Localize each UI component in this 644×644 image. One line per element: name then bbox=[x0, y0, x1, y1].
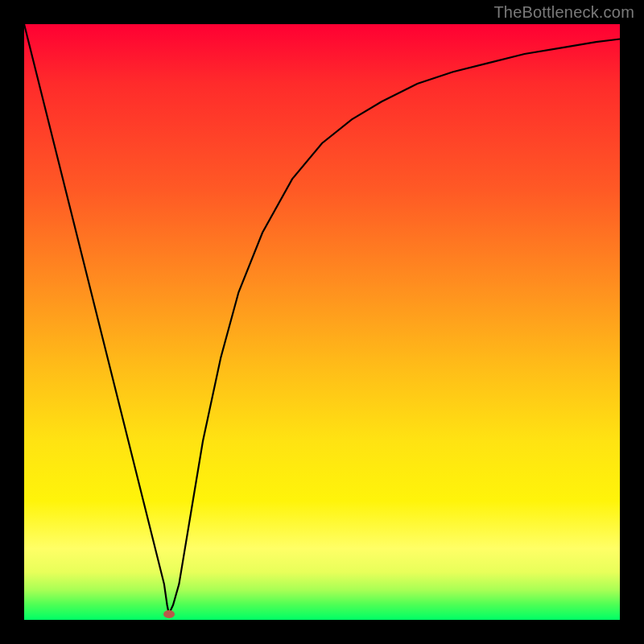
curve-path bbox=[24, 24, 620, 614]
chart-frame: TheBottleneck.com bbox=[0, 0, 644, 644]
minimum-marker bbox=[163, 610, 175, 618]
plot-area bbox=[24, 24, 620, 620]
curve-svg bbox=[24, 24, 620, 620]
watermark-text: TheBottleneck.com bbox=[493, 3, 634, 22]
